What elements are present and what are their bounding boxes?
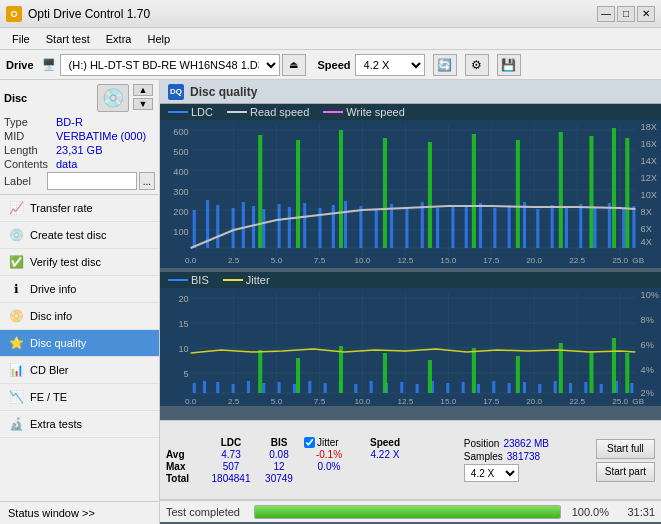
svg-rect-51 — [508, 205, 511, 248]
legend-ldc: LDC — [168, 106, 213, 118]
svg-rect-108 — [278, 382, 281, 393]
extra-tests-icon: 🔬 — [8, 416, 24, 432]
transfer-rate-icon: 📈 — [8, 200, 24, 216]
minimize-button[interactable]: — — [597, 6, 615, 22]
jitter-legend-label: Jitter — [246, 274, 270, 286]
svg-text:25.0: 25.0 — [612, 397, 628, 406]
svg-rect-25 — [288, 207, 291, 248]
save-button[interactable]: 💾 — [497, 54, 521, 76]
sidebar-item-cd-bler[interactable]: 📊 CD Bler — [0, 357, 159, 384]
svg-rect-107 — [262, 383, 265, 393]
label-browse-button[interactable]: ... — [139, 172, 155, 190]
stats-grid: LDC BIS Jitter Speed Avg 4.73 0.08 -0.1% — [166, 437, 415, 484]
legend-bis: BIS — [168, 274, 209, 286]
legend-write-speed: Write speed — [323, 106, 405, 118]
start-full-button[interactable]: Start full — [596, 439, 655, 459]
refresh-button[interactable]: 🔄 — [433, 54, 457, 76]
jitter-color — [223, 279, 243, 281]
ldc-color — [168, 111, 188, 113]
svg-rect-103 — [203, 381, 206, 393]
disc-up-button[interactable]: ▲ — [133, 84, 153, 96]
disc-quality-title: Disc quality — [190, 85, 257, 99]
label-input[interactable] — [47, 172, 137, 190]
start-part-button[interactable]: Start part — [596, 462, 655, 482]
svg-rect-122 — [492, 381, 495, 393]
close-button[interactable]: ✕ — [637, 6, 655, 22]
svg-rect-136 — [428, 360, 432, 393]
svg-text:10.0: 10.0 — [354, 397, 370, 406]
svg-rect-117 — [416, 384, 419, 393]
svg-rect-128 — [584, 382, 587, 393]
svg-text:10%: 10% — [641, 290, 659, 300]
sidebar-item-fe-te[interactable]: 📉 FE / TE — [0, 384, 159, 411]
svg-text:8X: 8X — [641, 207, 652, 217]
status-window-button[interactable]: Status window >> — [0, 501, 159, 524]
bis-label: BIS — [191, 274, 209, 286]
progress-bar-area: Test completed 100.0% 31:31 — [160, 500, 661, 522]
svg-text:20.0: 20.0 — [526, 256, 542, 265]
title-bar-controls[interactable]: — □ ✕ — [597, 6, 655, 22]
disc-info-icon: 📀 — [8, 308, 24, 324]
label-row: Label ... — [4, 172, 155, 190]
stats-avg-ldc: 4.73 — [205, 449, 257, 460]
jitter-checkbox[interactable] — [304, 437, 315, 448]
chart2-svg: 20 15 10 5 10% 8% 6% 4% 2% 0.0 2.5 5.0 7… — [160, 288, 661, 406]
svg-text:20.0: 20.0 — [526, 397, 542, 406]
disc-type-row: Type BD-R — [4, 116, 155, 128]
chart1-legend: LDC Read speed Write speed — [160, 104, 661, 120]
svg-rect-34 — [421, 202, 424, 248]
disc-down-button[interactable]: ▼ — [133, 98, 153, 110]
write-speed-color — [323, 111, 343, 113]
menu-extra[interactable]: Extra — [98, 31, 140, 47]
speed-select-small[interactable]: 4.2 X — [464, 464, 519, 482]
label-label: Label — [4, 175, 45, 187]
svg-rect-44 — [559, 132, 563, 248]
svg-text:12X: 12X — [641, 173, 657, 183]
menu-file[interactable]: File — [4, 31, 38, 47]
verify-test-disc-icon: ✅ — [8, 254, 24, 270]
sidebar-item-create-test-disc[interactable]: 💿 Create test disc — [0, 222, 159, 249]
sidebar-item-drive-info[interactable]: ℹ Drive info — [0, 276, 159, 303]
sidebar-item-verify-test-disc[interactable]: ✅ Verify test disc — [0, 249, 159, 276]
svg-rect-133 — [296, 358, 300, 393]
svg-rect-121 — [477, 384, 480, 393]
legend-jitter: Jitter — [223, 274, 270, 286]
svg-text:5.0: 5.0 — [271, 256, 283, 265]
drive-select[interactable]: (H:) HL-DT-ST BD-RE WH16NS48 1.D3 — [60, 54, 280, 76]
svg-text:15: 15 — [178, 319, 188, 329]
svg-rect-142 — [625, 353, 629, 393]
stats-total-bis: 30749 — [258, 473, 300, 484]
svg-rect-29 — [344, 201, 347, 248]
chart2-legend: BIS Jitter — [160, 272, 661, 288]
svg-text:17.5: 17.5 — [483, 256, 499, 265]
svg-text:7.5: 7.5 — [314, 256, 326, 265]
sidebar-item-disc-quality[interactable]: ⭐ Disc quality — [0, 330, 159, 357]
disc-quality-label: Disc quality — [30, 337, 86, 349]
svg-rect-50 — [493, 208, 496, 248]
mid-value: VERBATIMe (000) — [56, 130, 146, 142]
speed-select[interactable]: 4.2 X — [355, 54, 425, 76]
stats-max-bis: 12 — [258, 461, 300, 472]
sidebar-item-extra-tests[interactable]: 🔬 Extra tests — [0, 411, 159, 438]
svg-rect-47 — [625, 138, 629, 248]
svg-rect-41 — [428, 142, 432, 248]
svg-rect-35 — [436, 208, 439, 248]
svg-rect-49 — [479, 203, 482, 248]
settings-button[interactable]: ⚙ — [465, 54, 489, 76]
mid-label: MID — [4, 130, 56, 142]
sidebar-item-disc-info[interactable]: 📀 Disc info — [0, 303, 159, 330]
svg-rect-135 — [383, 353, 387, 393]
menu-start-test[interactable]: Start test — [38, 31, 98, 47]
cd-bler-icon: 📊 — [8, 362, 24, 378]
start-buttons: Start full Start part — [596, 439, 655, 482]
jitter-checkbox-area: Jitter — [304, 437, 354, 448]
menu-help[interactable]: Help — [139, 31, 178, 47]
svg-text:5: 5 — [184, 369, 189, 379]
maximize-button[interactable]: □ — [617, 6, 635, 22]
svg-text:7.5: 7.5 — [314, 397, 326, 406]
svg-text:15.0: 15.0 — [440, 256, 456, 265]
sidebar-item-transfer-rate[interactable]: 📈 Transfer rate — [0, 195, 159, 222]
svg-text:5.0: 5.0 — [271, 397, 283, 406]
svg-text:10.0: 10.0 — [354, 256, 370, 265]
eject-button[interactable]: ⏏ — [282, 54, 306, 76]
